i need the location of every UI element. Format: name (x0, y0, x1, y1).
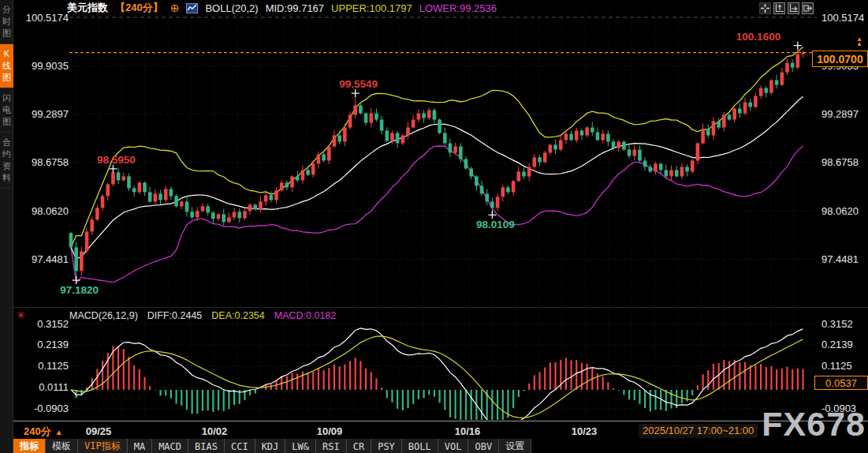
price-axis-label-left: 98.0620 (32, 205, 69, 217)
chart-toolbar (759, 2, 814, 14)
chart-type-icon (186, 3, 198, 13)
watermark: FX678 (762, 405, 866, 444)
price-annotation: 98.0109 (476, 219, 515, 230)
macd-dea-value: DEA:0.2354 (211, 310, 264, 321)
tab-VIP指标[interactable]: VIP指标 (78, 439, 128, 453)
tab-CCI[interactable]: CCI (225, 439, 255, 453)
date-axis-label: 10/23 (572, 425, 598, 437)
period-selector[interactable]: 【240分】 (115, 1, 163, 15)
tab-VOL[interactable]: VOL (438, 439, 469, 453)
price-axis-label-left: 100.5174 (26, 12, 69, 24)
price-annotation: 99.5549 (339, 78, 378, 90)
macd-axis-label-left: 0.3152 (37, 318, 69, 330)
pan-right-icon[interactable] (802, 2, 814, 14)
macd-title: MACD(26,12,9) (69, 310, 138, 321)
tab-模板[interactable]: 模板 (46, 439, 78, 453)
price-axis-label-left: 99.9035 (32, 60, 69, 72)
sidebar-item-3[interactable]: 合约资料 (0, 133, 13, 189)
date-axis-label: 10/09 (317, 425, 343, 437)
macd-diff-value: DIFF:0.2445 (147, 310, 202, 321)
scale-y-icon[interactable] (773, 2, 785, 14)
macd-current-value-tag: 0.0537 (814, 376, 868, 390)
price-axis-label-right: 99.2897 (821, 108, 859, 120)
price-axis-label-right: 98.0620 (821, 205, 859, 217)
tab-MACD[interactable]: MACD (152, 439, 188, 453)
date-axis-label: 10/16 (455, 425, 481, 437)
price-axis-label-left: 97.4481 (32, 253, 69, 265)
hot-marker-icon: ✳ (17, 309, 25, 321)
macd-axis-label-left: 0.0111 (39, 381, 69, 393)
sidebar-item-1[interactable]: K线图 (0, 44, 13, 88)
macd-axis-label-left: 0.1125 (38, 360, 69, 372)
add-indicator-icon[interactable]: ⊕ (170, 2, 180, 13)
tab-KDJ[interactable]: KDJ (255, 439, 286, 453)
tab-指标[interactable]: 指标 (13, 439, 46, 453)
tab-CR[interactable]: CR (347, 439, 371, 453)
boll-label: BOLL(20,2) (205, 2, 258, 14)
price-annotation: 100.1600 (736, 31, 780, 43)
boll-mid-value: MID:99.7167 (266, 2, 324, 14)
macd-legend: MACD(26,12,9) DIFF:0.2445 DEA:0.2354 MAC… (69, 310, 336, 321)
date-axis-label: 09/25 (86, 425, 112, 437)
triangle-up-icon: ▲ (55, 428, 63, 436)
boll-lower-value: LOWER:99.2536 (419, 2, 497, 14)
tab-PSY[interactable]: PSY (371, 439, 402, 453)
tab-设置[interactable]: 设置 (499, 439, 531, 453)
scale-x-icon[interactable] (788, 2, 799, 14)
indicator-tab-bar: 指标模板VIP指标MAMACDBIASCCIKDJLW&RSICRPSYBOLL… (13, 439, 531, 453)
price-axis-label-right: 97.4481 (821, 253, 859, 265)
macd-axis-label-left: -0.0903 (34, 402, 69, 414)
price-annotation: 97.1820 (60, 284, 99, 296)
current-price-tag: 100.0700 (812, 51, 868, 67)
tab-MA[interactable]: MA (128, 439, 152, 453)
period-chip[interactable]: 240分 ▲ (24, 425, 63, 439)
price-axis-label-right: 98.6758 (821, 156, 859, 168)
macd-axis-label-left: 0.2139 (37, 339, 69, 350)
symbol-title: 美元指数 (67, 1, 108, 15)
sidebar-item-0[interactable]: 分时图 (0, 0, 13, 44)
tab-BIAS[interactable]: BIAS (188, 439, 225, 453)
macd-axis-label-right: 0.3152 (821, 318, 853, 330)
date-axis-label: 10/02 (202, 425, 228, 437)
boll-upper-value: UPPER:100.1797 (331, 2, 412, 14)
tab-LW&[interactable]: LW& (285, 439, 316, 453)
price-axis-label-right: 100.5174 (821, 12, 864, 24)
macd-macd-value: MACD:0.0182 (274, 310, 337, 321)
price-annotation: 98.5950 (97, 154, 136, 166)
sidebar: 分时图K线图闪电图合约资料 (0, 0, 13, 453)
price-axis-label-left: 98.6758 (32, 156, 69, 168)
chart-header: 美元指数 【240分】 ⊕ BOLL(20,2) MID:99.7167 UPP… (67, 0, 497, 16)
period-chip-label: 240分 (24, 425, 51, 439)
tab-RSI[interactable]: RSI (316, 439, 347, 453)
crosshair-icon[interactable] (759, 2, 771, 14)
chart-app: 100.5174100.517499.903599.903599.289799.… (0, 0, 868, 453)
macd-axis-label-right: 0.1125 (821, 360, 852, 372)
tab-BOLL[interactable]: BOLL (402, 439, 438, 453)
price-up-arrow-icon: ▲▲ (856, 37, 862, 46)
price-axis-label-left: 99.2897 (32, 108, 69, 120)
tab-OBV[interactable]: OBV (468, 439, 499, 453)
macd-axis-label-right: 0.2139 (821, 339, 853, 350)
current-candle-range: 2025/10/27 17:00~21:00 (639, 424, 758, 438)
candlestick-chart[interactable]: 100.5174100.517499.903599.903599.289799.… (0, 0, 868, 453)
sidebar-item-2[interactable]: 闪电图 (0, 88, 13, 133)
